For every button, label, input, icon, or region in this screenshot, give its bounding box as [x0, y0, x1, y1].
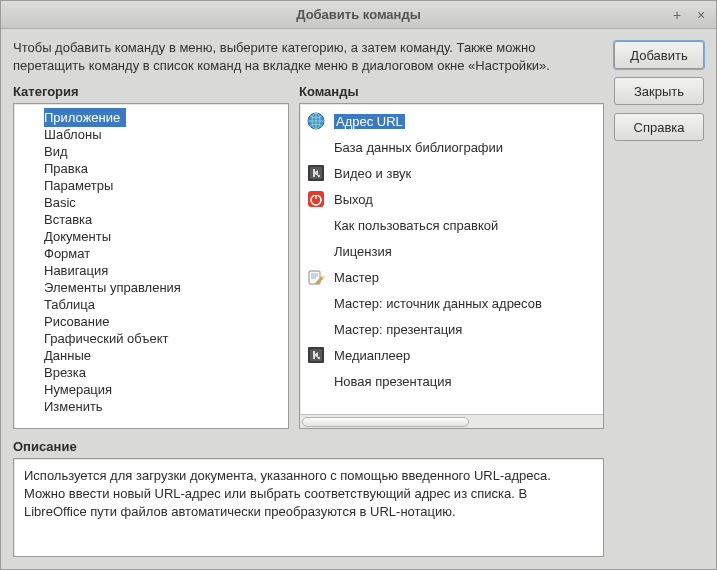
- command-item-label: Как пользоваться справкой: [334, 218, 498, 233]
- command-item-label: Мастер: источник данных адресов: [334, 296, 542, 311]
- dialog-content: Чтобы добавить команду в меню, выберите …: [1, 29, 716, 569]
- category-item[interactable]: Таблица: [14, 295, 288, 312]
- power-icon: [306, 189, 326, 209]
- command-item[interactable]: Лицензия: [300, 238, 603, 264]
- window-controls: + ×: [670, 7, 708, 23]
- command-item-label: Выход: [334, 192, 373, 207]
- add-button[interactable]: Добавить: [614, 41, 704, 69]
- wizard-icon: [306, 267, 326, 287]
- command-item[interactable]: Как пользоваться справкой: [300, 212, 603, 238]
- category-item[interactable]: Навигация: [14, 261, 288, 278]
- category-item[interactable]: Вид: [14, 142, 288, 159]
- media-icon: [306, 345, 326, 365]
- category-item[interactable]: Данные: [14, 346, 288, 363]
- category-item[interactable]: Рисование: [14, 312, 288, 329]
- help-button[interactable]: Справка: [614, 113, 704, 141]
- scrollbar-thumb[interactable]: [302, 417, 469, 427]
- category-item[interactable]: Формат: [14, 244, 288, 261]
- category-item-label: Изменить: [44, 397, 109, 416]
- description-text: Используется для загрузки документа, ука…: [13, 458, 604, 557]
- category-item[interactable]: Элементы управления: [14, 278, 288, 295]
- category-listbox[interactable]: ПриложениеШаблоныВидПравкаПараметрыBasic…: [13, 103, 289, 429]
- svg-point-4: [318, 175, 320, 177]
- command-item-label: Видео и звук: [334, 166, 411, 181]
- horizontal-scrollbar[interactable]: [300, 414, 603, 428]
- category-column: Категория ПриложениеШаблоныВидПравкаПара…: [13, 84, 289, 429]
- description-label: Описание: [13, 439, 604, 454]
- category-item[interactable]: Приложение: [14, 108, 288, 125]
- command-item[interactable]: Мастер: источник данных адресов: [300, 290, 603, 316]
- category-item[interactable]: Basic: [14, 193, 288, 210]
- titlebar: Добавить команды + ×: [1, 1, 716, 29]
- dialog-window: Добавить команды + × Чтобы добавить кома…: [0, 0, 717, 570]
- category-item[interactable]: Изменить: [14, 397, 288, 414]
- commands-column: Команды Адрес URLБаза данных библиографи…: [299, 84, 604, 429]
- command-item-label: Медиаплеер: [334, 348, 410, 363]
- command-item[interactable]: Адрес URL: [300, 108, 603, 134]
- main-column: Чтобы добавить команду в меню, выберите …: [13, 39, 604, 557]
- blank-icon: [306, 215, 326, 235]
- command-item[interactable]: Видео и звук: [300, 160, 603, 186]
- close-button[interactable]: Закрыть: [614, 77, 704, 105]
- maximize-icon[interactable]: +: [670, 7, 684, 23]
- blank-icon: [306, 137, 326, 157]
- category-item[interactable]: Параметры: [14, 176, 288, 193]
- window-title: Добавить команды: [1, 7, 716, 22]
- category-item[interactable]: Нумерация: [14, 380, 288, 397]
- command-item-label: Лицензия: [334, 244, 392, 259]
- command-item[interactable]: Выход: [300, 186, 603, 212]
- command-item[interactable]: Мастер: [300, 264, 603, 290]
- category-item[interactable]: Шаблоны: [14, 125, 288, 142]
- commands-label: Команды: [299, 84, 604, 99]
- media-icon: [306, 163, 326, 183]
- svg-point-11: [320, 273, 322, 275]
- command-item-label: Новая презентация: [334, 374, 451, 389]
- commands-listbox[interactable]: Адрес URLБаза данных библиографииВидео и…: [299, 103, 604, 429]
- description-section: Описание Используется для загрузки докум…: [13, 439, 604, 557]
- lists-row: Категория ПриложениеШаблоныВидПравкаПара…: [13, 84, 604, 429]
- blank-icon: [306, 241, 326, 261]
- command-item-label: База данных библиографии: [334, 140, 503, 155]
- blank-icon: [306, 371, 326, 391]
- blank-icon: [306, 319, 326, 339]
- category-item[interactable]: Врезка: [14, 363, 288, 380]
- command-item-label: Мастер: презентация: [334, 322, 462, 337]
- svg-point-10: [322, 276, 324, 278]
- intro-text: Чтобы добавить команду в меню, выберите …: [13, 39, 604, 74]
- blank-icon: [306, 293, 326, 313]
- category-label: Категория: [13, 84, 289, 99]
- side-buttons: Добавить Закрыть Справка: [614, 39, 704, 557]
- command-item[interactable]: База данных библиографии: [300, 134, 603, 160]
- globe-icon: [306, 111, 326, 131]
- svg-rect-8: [314, 192, 318, 195]
- command-item-label: Адрес URL: [336, 114, 403, 129]
- close-icon[interactable]: ×: [694, 7, 708, 23]
- category-item[interactable]: Графический объект: [14, 329, 288, 346]
- command-item[interactable]: Мастер: презентация: [300, 316, 603, 342]
- category-item[interactable]: Правка: [14, 159, 288, 176]
- category-item[interactable]: Вставка: [14, 210, 288, 227]
- command-item[interactable]: Новая презентация: [300, 368, 603, 394]
- command-item[interactable]: Медиаплеер: [300, 342, 603, 368]
- command-item-label: Мастер: [334, 270, 379, 285]
- svg-point-14: [318, 357, 320, 359]
- category-item[interactable]: Документы: [14, 227, 288, 244]
